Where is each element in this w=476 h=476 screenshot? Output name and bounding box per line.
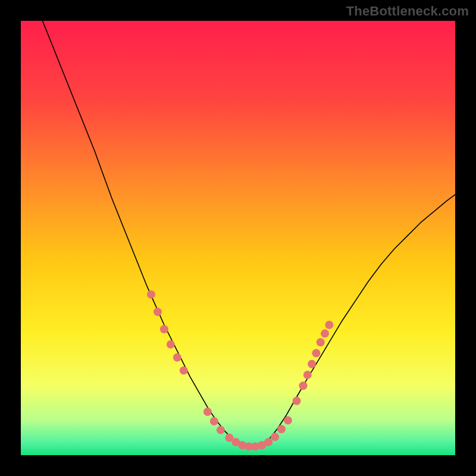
data-dot	[147, 290, 155, 299]
data-dot	[173, 353, 181, 362]
gradient-background	[21, 21, 455, 455]
data-dot	[210, 417, 218, 425]
data-dot	[160, 325, 168, 333]
data-dot	[303, 371, 312, 379]
data-dot	[325, 321, 333, 329]
data-dot	[203, 408, 212, 416]
data-dot	[217, 426, 225, 434]
data-dot	[284, 416, 292, 425]
data-dot	[312, 349, 320, 357]
data-dot	[271, 433, 279, 441]
data-dot	[167, 340, 175, 349]
data-dot	[277, 425, 286, 433]
chart-frame: TheBottleneck.com	[0, 0, 476, 476]
chart-svg	[21, 21, 455, 455]
data-dot	[321, 330, 329, 338]
data-dot	[154, 308, 162, 316]
data-dot	[264, 438, 273, 446]
data-dot	[317, 338, 325, 346]
data-dot	[308, 360, 316, 368]
plot-area	[21, 21, 455, 455]
watermark-label: TheBottleneck.com	[346, 4, 469, 19]
data-dot	[293, 397, 301, 405]
data-dot	[299, 381, 308, 390]
data-dot	[180, 367, 188, 375]
